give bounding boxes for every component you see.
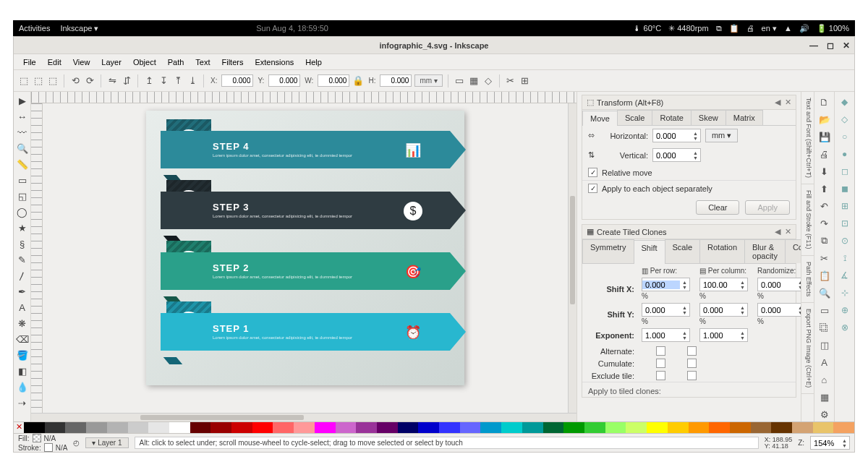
tab-matrix[interactable]: Matrix (726, 110, 763, 125)
tab-text-font[interactable]: Text and Font (Shift+Ctrl+T) (801, 92, 814, 184)
opacity-indicator[interactable]: ◴ (73, 439, 80, 447)
maximize-button[interactable]: ◻ (827, 40, 834, 51)
tray-icon[interactable]: 📋 (729, 24, 739, 33)
panel-minimize-icon[interactable]: ◀ (775, 227, 780, 236)
bezier-tool-icon[interactable]: 〳 (15, 268, 30, 283)
color-swatch[interactable] (584, 422, 605, 433)
zoom-tool-icon[interactable]: 🔍 (15, 141, 30, 155)
tab-skew[interactable]: Skew (691, 110, 726, 125)
rotate-cw-icon[interactable]: ⟳ (84, 75, 95, 87)
color-swatch[interactable] (24, 422, 45, 433)
snap-icon[interactable]: ⊙ (838, 234, 852, 248)
color-swatch[interactable] (480, 422, 501, 433)
shiftx-rand-input[interactable] (758, 280, 796, 289)
save-icon[interactable]: 💾 (817, 129, 832, 144)
color-swatch[interactable] (647, 422, 668, 433)
h-input[interactable] (380, 74, 412, 87)
exclude-col-checkbox[interactable] (687, 371, 697, 380)
vertical-scrollbar[interactable] (568, 103, 576, 413)
cumulate-col-checkbox[interactable] (687, 359, 697, 368)
applyeach-checkbox[interactable]: ✓ (588, 184, 597, 193)
menu-path[interactable]: Path (163, 56, 190, 69)
misc-icon[interactable]: ⊞ (519, 75, 531, 87)
color-swatch[interactable] (563, 422, 584, 433)
exponent-row-input[interactable] (642, 331, 680, 340)
color-swatch[interactable] (730, 422, 751, 433)
lock-icon[interactable]: 🔒 (352, 75, 364, 87)
color-swatch[interactable] (501, 422, 522, 433)
eraser-tool-icon[interactable]: ⌫ (15, 332, 30, 346)
color-swatch[interactable] (210, 422, 231, 433)
lang-indicator[interactable]: en ▾ (762, 24, 777, 33)
color-swatch[interactable] (439, 422, 460, 433)
menu-extensions[interactable]: Extensions (250, 56, 299, 69)
color-swatch[interactable] (148, 422, 169, 433)
selector-tool-icon[interactable]: ▶ (15, 93, 30, 108)
tab-rotation[interactable]: Rotation (699, 239, 745, 263)
snap-icon[interactable]: ◆ (838, 95, 852, 109)
snap-icon[interactable]: ● (838, 147, 852, 161)
horizontal-input[interactable] (653, 132, 691, 140)
shiftx-col-input[interactable] (700, 280, 738, 289)
flip-h-icon[interactable]: ⇋ (106, 75, 118, 87)
redo-icon[interactable]: ↷ (817, 216, 832, 231)
xml-icon[interactable]: ⌂ (817, 372, 832, 387)
raise-icon[interactable]: ↥ (143, 75, 155, 87)
unit-select[interactable]: mm ▾ (705, 129, 738, 142)
tab-color[interactable]: Color (785, 239, 801, 263)
fill-swatch[interactable] (33, 434, 41, 442)
menu-object[interactable]: Object (128, 56, 161, 69)
snap-icon[interactable]: ∡ (838, 268, 852, 283)
export-icon[interactable]: ⬆ (817, 181, 832, 196)
snap-icon[interactable]: ◼ (838, 181, 852, 196)
pencil-tool-icon[interactable]: ✎ (15, 252, 30, 267)
alternate-row-checkbox[interactable] (656, 346, 665, 356)
flip-v-icon[interactable]: ⇵ (121, 75, 132, 87)
snap-icon[interactable]: ○ (838, 129, 852, 144)
color-swatch[interactable] (169, 422, 190, 433)
exclude-row-checkbox[interactable] (656, 371, 665, 380)
tab-export-png[interactable]: Export PNG Image (Ctrl+E) (801, 303, 814, 394)
color-swatch[interactable] (398, 422, 419, 433)
clear-button[interactable]: Clear (696, 200, 739, 215)
color-swatch[interactable] (45, 422, 66, 433)
color-swatch[interactable] (522, 422, 543, 433)
paste-icon[interactable]: 📋 (817, 268, 832, 283)
gradient-tool-icon[interactable]: ◧ (15, 364, 30, 378)
alternate-col-checkbox[interactable] (687, 346, 697, 356)
calligraphy-tool-icon[interactable]: ✒ (15, 284, 30, 299)
color-swatch[interactable] (605, 422, 626, 433)
color-swatch[interactable] (86, 422, 107, 433)
snap-icon[interactable]: ◻ (838, 164, 852, 179)
no-color-swatch[interactable]: ✕ (14, 422, 24, 433)
color-swatch[interactable] (418, 422, 439, 433)
color-palette[interactable]: ✕ (14, 421, 854, 433)
activities-button[interactable]: Activities (19, 24, 50, 33)
shifty-col-input[interactable] (700, 306, 738, 314)
misc-icon[interactable]: ✂ (505, 75, 516, 87)
open-icon[interactable]: 📂 (817, 112, 832, 127)
tab-scale[interactable]: Scale (617, 110, 653, 125)
snap-icon[interactable]: ⊗ (838, 320, 852, 335)
panel-close-icon[interactable]: ✕ (785, 98, 791, 107)
snap-icon[interactable]: ◇ (838, 112, 852, 127)
volume-icon[interactable]: 🔊 (799, 24, 809, 33)
node-tool-icon[interactable]: ↔ (15, 109, 30, 124)
color-swatch[interactable] (813, 422, 834, 433)
x-input[interactable] (221, 74, 253, 87)
layer-selector[interactable]: ▾ Layer 1 (85, 437, 128, 448)
color-swatch[interactable] (231, 422, 252, 433)
duplicate-icon[interactable]: ⿻ (817, 320, 832, 335)
color-swatch[interactable] (65, 422, 86, 433)
color-swatch[interactable] (356, 422, 377, 433)
bucket-tool-icon[interactable]: 🪣 (15, 348, 30, 362)
clone-icon[interactable]: ◫ (817, 338, 832, 352)
color-swatch[interactable] (751, 422, 772, 433)
snap-icon[interactable]: ⊕ (838, 303, 852, 317)
color-swatch[interactable] (336, 422, 357, 433)
tab-shift[interactable]: Shift (634, 240, 665, 264)
align-icon[interactable]: ▦ (817, 390, 832, 404)
color-swatch[interactable] (833, 422, 854, 433)
horizontal-scrollbar[interactable] (31, 413, 576, 421)
menu-view[interactable]: View (68, 56, 95, 69)
